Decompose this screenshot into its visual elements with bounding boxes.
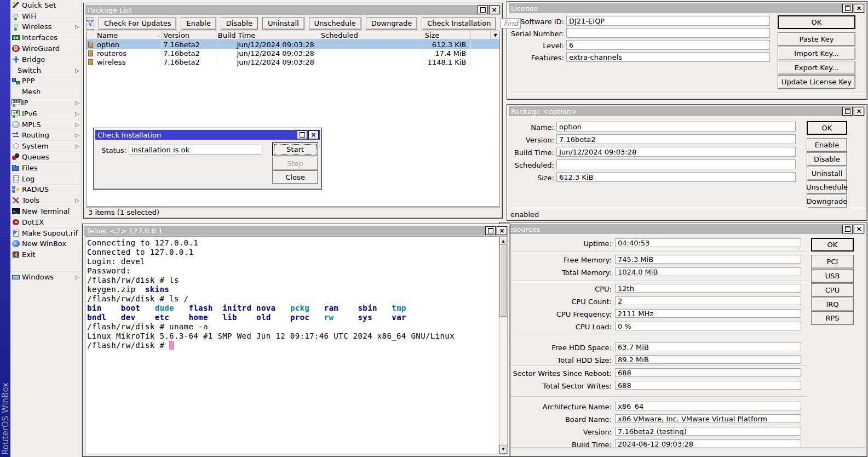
close-icon[interactable]: ×: [308, 130, 319, 139]
rps-button[interactable]: RPS: [811, 311, 854, 325]
sidebar-item-switch[interactable]: Switch▷: [10, 65, 82, 76]
import-key-button[interactable]: Import Key...: [778, 47, 855, 60]
ok-button[interactable]: OK: [778, 15, 855, 29]
check-for-updates-button[interactable]: Check For Updates: [99, 17, 176, 30]
filter-button[interactable]: [86, 17, 94, 30]
disable-button[interactable]: Disable: [221, 17, 258, 30]
sidebar-item-wireguard[interactable]: WireGuard: [10, 43, 82, 54]
resources-titlebar[interactable]: Resources ×: [502, 224, 865, 234]
sidebar-item-tools[interactable]: Tools▷: [10, 195, 82, 206]
start-button[interactable]: Start: [272, 142, 318, 156]
paste-key-button[interactable]: Paste Key: [778, 32, 855, 46]
cpu-count-field[interactable]: 2: [615, 296, 801, 305]
sidebar-item-mpls[interactable]: MPLS▷: [10, 119, 82, 130]
downgrade-button[interactable]: Downgrade: [807, 195, 847, 208]
terminal-output[interactable]: Connecting to 127.0.0.1Connected to 127.…: [85, 236, 498, 454]
check-installation-titlebar[interactable]: Check Installation ×: [95, 130, 320, 140]
pci-button[interactable]: PCI: [811, 255, 854, 269]
column-header-name[interactable]: Name▴: [95, 31, 162, 39]
package-option-titlebar[interactable]: Package <option> ×: [509, 106, 865, 116]
terminal-scrollbar[interactable]: ▲ ▼: [499, 236, 508, 454]
board-name-field[interactable]: x86 VMware, Inc. VMware Virtual Platform: [615, 414, 801, 423]
maximize-button[interactable]: [297, 130, 307, 139]
total-memory-field[interactable]: 1024.0 MiB: [615, 267, 801, 276]
cpu-frequency-field[interactable]: 2111 MHz: [615, 309, 801, 318]
sidebar-item-quick-set[interactable]: Quick Set: [10, 0, 82, 11]
cpu-button[interactable]: CPU: [811, 283, 854, 297]
sidebar-item-wireless[interactable]: Wireless▷: [10, 22, 82, 33]
export-key-button[interactable]: Export Key...: [778, 61, 855, 75]
scheduled-field[interactable]: [556, 159, 796, 169]
sidebar-item-radius[interactable]: RADIUS: [10, 185, 82, 196]
version-field[interactable]: 7.16beta2 (testing): [615, 427, 801, 436]
package-row-wireless[interactable]: wireless7.16beta2Jun/12/2024 09:03:28114…: [87, 58, 499, 66]
sidebar-item-make-supout-rif[interactable]: Make Supout.rif: [10, 228, 82, 239]
sidebar-item-routing[interactable]: Routing▷: [10, 130, 82, 141]
free-hdd-space-field[interactable]: 63.7 MiB: [615, 342, 801, 351]
package-list-titlebar[interactable]: Package List ×: [85, 5, 501, 15]
close-icon[interactable]: ×: [854, 225, 864, 233]
uninstall-button[interactable]: Uninstall: [262, 17, 304, 30]
sidebar-item-new-terminal[interactable]: New Terminal: [10, 206, 82, 217]
build-time-field[interactable]: Jun/12/2024 09:03:28: [556, 147, 796, 157]
sidebar-item-log[interactable]: Log: [10, 174, 82, 185]
irq-button[interactable]: IRQ: [811, 298, 854, 311]
sidebar-item-interfaces[interactable]: Interfaces: [10, 32, 82, 43]
cpu-load-field[interactable]: 0 %: [615, 322, 801, 330]
update-license-key-button[interactable]: Update License Key: [778, 75, 855, 89]
size-field[interactable]: 612.3 KiB: [556, 172, 796, 182]
software-id-field[interactable]: DJ21-EIQP: [566, 16, 770, 26]
sidebar-item-exit[interactable]: Exit: [10, 249, 82, 260]
check-installation-button[interactable]: Check Installation: [422, 17, 496, 30]
sidebar-item-queues[interactable]: Queues: [10, 152, 82, 163]
maximize-button[interactable]: [478, 5, 488, 14]
sidebar-item-windows[interactable]: Windows▷: [10, 272, 82, 283]
serial-number-field[interactable]: [566, 28, 770, 38]
sidebar-item-files[interactable]: Files: [10, 163, 82, 174]
package-row-routeros[interactable]: routeros7.16beta2Jun/12/2024 09:03:2817.…: [87, 49, 499, 58]
features-field[interactable]: extra-channels: [566, 52, 770, 62]
scroll-down-icon[interactable]: ▼: [499, 445, 507, 454]
close-button[interactable]: Close: [272, 170, 318, 184]
sidebar-item-new-winbox[interactable]: New WinBox: [10, 239, 82, 250]
column-header-blank[interactable]: [471, 31, 491, 39]
ok-button[interactable]: OK: [811, 238, 854, 252]
enable-button[interactable]: Enable: [807, 138, 847, 152]
sidebar-item-bridge[interactable]: Bridge: [10, 54, 82, 65]
uptime-field[interactable]: 04:40:53: [615, 238, 801, 247]
license-titlebar[interactable]: License ×: [509, 3, 865, 13]
close-icon[interactable]: ×: [854, 4, 864, 13]
close-icon[interactable]: ×: [497, 226, 507, 235]
total-sector-writes-field[interactable]: 688: [615, 381, 801, 390]
column-select-button[interactable]: ▼: [491, 31, 499, 39]
ok-button[interactable]: OK: [807, 121, 847, 135]
close-icon[interactable]: ×: [489, 5, 499, 14]
sidebar-item-dot1x[interactable]: Dot1X: [10, 217, 82, 228]
scroll-thumb[interactable]: [499, 244, 507, 317]
sidebar-item-ip[interactable]: IP▷: [10, 98, 82, 108]
unschedule-button[interactable]: Unschedule: [309, 17, 361, 30]
close-icon[interactable]: ×: [854, 107, 864, 116]
sidebar-item-ipv6[interactable]: IPv6▷: [10, 108, 82, 119]
maximize-button[interactable]: [485, 226, 496, 235]
disable-button[interactable]: Disable: [807, 152, 847, 166]
level-field[interactable]: 6: [566, 40, 770, 50]
status-field[interactable]: installation is ok: [129, 145, 262, 155]
telnet-titlebar[interactable]: Telnet <2> 127.0.0.1 ×: [84, 226, 508, 236]
sidebar-item-mesh[interactable]: Mesh: [10, 87, 82, 98]
uninstall-button[interactable]: Uninstall: [807, 167, 847, 180]
package-row-option[interactable]: option7.16beta2Jun/12/2024 09:03:28612.3…: [87, 40, 499, 49]
enable-button[interactable]: Enable: [181, 17, 216, 30]
sidebar-item-wifi[interactable]: WiFi: [10, 11, 82, 22]
column-header-scheduled[interactable]: Scheduled: [319, 31, 423, 39]
column-header-version[interactable]: Version: [162, 31, 216, 39]
maximize-button[interactable]: [842, 107, 853, 116]
name-field[interactable]: option: [556, 122, 796, 132]
find-input[interactable]: Find: [501, 18, 521, 28]
usb-button[interactable]: USB: [811, 269, 854, 283]
maximize-button[interactable]: [842, 4, 853, 13]
downgrade-button[interactable]: Downgrade: [366, 17, 418, 30]
stop-button[interactable]: Stop: [272, 157, 318, 170]
sidebar-item-ppp[interactable]: PPP: [10, 76, 82, 87]
sector-writes-since-reboot-field[interactable]: 688: [615, 368, 801, 377]
